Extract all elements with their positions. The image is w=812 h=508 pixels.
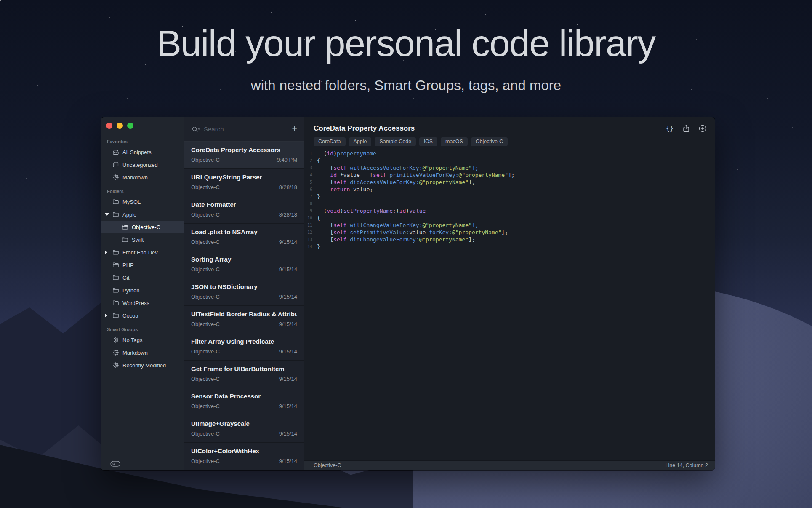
snippet-row-json-to-nsdictionary[interactable]: JSON to NSDictionaryObjective-C9/15/14 [184,278,304,306]
chevron-right-icon[interactable] [105,250,107,254]
snippet-row-load-plist-to-nsarray[interactable]: Load .plist to NSArrayObjective-C9/15/14 [184,224,304,251]
line-number: 3 [304,164,317,171]
sidebar-item-markdown[interactable]: Markdown [101,346,184,359]
snippet-row-meta: Objective-C9/15/14 [191,430,297,437]
line-number: 2 [304,157,317,164]
sidebar-item-label: Python [122,287,139,294]
snippet-rows: CoreData Property AccessorsObjective-C9:… [184,142,304,470]
chevron-right-icon[interactable] [105,313,107,318]
code-line: 3 [self willAccessValueForKey:@"property… [304,164,715,171]
hero-subtitle: with nested folders, Smart Groups, tags,… [0,78,812,94]
sidebar-item-php[interactable]: PHP [101,259,184,271]
snippet-row-meta: Objective-C9/15/14 [191,376,297,382]
share-icon[interactable] [682,125,690,132]
folder-icon [122,224,128,230]
code-line: 9- (void)setPropertyName:(id)value [304,207,715,214]
snippet-row-meta: Objective-C9:49 PM [191,157,297,163]
snippet-row-uitextfield-border-radius-attribu[interactable]: UITextField Border Radius & Attribu…Obje… [184,306,304,333]
snippet-row-title: URLQueryString Parser [191,174,297,181]
sidebar-item-label: Git [122,275,130,281]
snippet-row-meta: Objective-C9/15/14 [191,348,297,355]
sidebar-item-label: All Snippets [122,149,152,155]
snippet-row-language: Objective-C [191,321,220,327]
snippet-row-get-frame-for-uibarbuttonitem[interactable]: Get Frame for UIBarButtonItemObjective-C… [184,361,304,388]
code-editor[interactable]: 1- (id)propertyName2{3 [self willAccessV… [304,146,715,460]
code-line-content: [self willAccessValueForKey:@"propertyNa… [317,164,479,171]
code-line: 6 return value; [304,186,715,193]
braces-icon[interactable]: {} [666,125,674,132]
sidebar-item-all-snippets[interactable]: All Snippets [101,146,184,158]
sidebar-item-front-end-dev[interactable]: Front End Dev [101,246,184,259]
snippet-row-filter-array-using-predicate[interactable]: Filter Array Using PredicateObjective-C9… [184,333,304,361]
search-bar: Search... + [184,117,304,142]
minimize-button[interactable] [117,123,123,129]
add-snippet-button[interactable]: + [292,124,297,134]
snippet-row-meta: Objective-C9/15/14 [191,239,297,245]
snippet-row-date: 9/15/14 [279,239,297,245]
code-line-content: [self didChangeValueForKey:@"propertyNam… [317,236,475,243]
close-button[interactable] [106,123,112,129]
sidebar-item-python[interactable]: Python [101,284,184,297]
sidebar-item-apple[interactable]: Apple [101,208,184,221]
snippet-row-sensor-data-processor[interactable]: Sensor Data ProcessorObjective-C9/15/14 [184,388,304,415]
snippet-row-language: Objective-C [191,239,220,245]
snippet-row-date: 9/15/14 [279,294,297,300]
snippet-row-uiimage-grayscale[interactable]: UIImage+GrayscaleObjective-C9/15/14 [184,415,304,443]
sidebar-item-wordpress[interactable]: WordPress [101,297,184,309]
tag-macos[interactable]: macOS [441,137,468,146]
search-input[interactable]: Search... [204,126,292,133]
snippet-row-title: JSON to NSDictionary [191,283,297,290]
sidebar-section-label-favorites: Favorites [101,139,184,146]
snippet-row-meta: Objective-C9/15/14 [191,403,297,409]
line-number: 9 [304,207,317,214]
snippet-row-title: Load .plist to NSArray [191,228,297,235]
snippet-row-date: 9/15/14 [279,266,297,273]
sidebar-item-uncategorized[interactable]: Uncategorized [101,158,184,171]
sidebar-item-swift[interactable]: Swift [101,233,184,246]
sidebar-item-git[interactable]: Git [101,271,184,284]
sidebar-item-no-tags[interactable]: No Tags [101,334,184,346]
zoom-button[interactable] [127,123,133,129]
snippet-row-meta: Objective-C9/15/14 [191,294,297,300]
sidebar-item-objective-c[interactable]: Objective-C [101,221,184,233]
snippet-row-coredata-property-accessors[interactable]: CoreData Property AccessorsObjective-C9:… [184,142,304,169]
tag-apple[interactable]: Apple [349,137,372,146]
snippet-row-date-formatter[interactable]: Date FormatterObjective-C8/28/18 [184,196,304,224]
folder-icon [112,299,119,306]
line-number: 7 [304,193,317,200]
sidebar-sections: FavoritesAll SnippetsUncategorizedMarkdo… [101,134,184,372]
chevron-down-icon[interactable] [105,213,109,216]
add-circle-icon[interactable] [699,125,706,132]
snippet-row-meta: Objective-C9/15/14 [191,458,297,464]
snippet-row-urlquerystring-parser[interactable]: URLQueryString ParserObjective-C8/28/18 [184,169,304,196]
sidebar-section-label-folders: Folders [101,189,184,195]
code-line-content: } [317,243,320,250]
folder-icon [112,274,119,281]
snippet-row-uicolor-colorwithhex[interactable]: UIColor+ColorWithHexObjective-C9/15/14 [184,443,304,470]
status-position: Line 14, Column 2 [666,463,708,468]
snippet-row-title: Filter Array Using Predicate [191,338,297,345]
code-line-content: [self setPrimitiveValue:value forKey:@"p… [317,229,508,236]
sidebar-item-mysql[interactable]: MySQL [101,195,184,208]
snippet-row-date: 8/28/18 [279,211,297,218]
search-icon [191,126,201,133]
sidebar-item-cocoa[interactable]: Cocoa [101,309,184,322]
toggle-switch-icon[interactable] [110,461,120,467]
tag-coredata[interactable]: CoreData [314,137,346,146]
status-language[interactable]: Objective-C [314,463,341,468]
tag-objective-c[interactable]: Objective-C [471,137,508,146]
snippet-row-date: 9/15/14 [279,458,297,464]
sidebar-item-label: PHP [122,262,134,268]
snippet-row-sorting-array[interactable]: Sorting ArrayObjective-C9/15/14 [184,251,304,278]
stack-icon [112,161,119,168]
screenshot-root: Build your personal code library with ne… [0,0,812,508]
line-number: 10 [304,214,317,222]
snippet-row-language: Objective-C [191,184,220,190]
snippet-row-meta: Objective-C8/28/18 [191,184,297,190]
tag-ios[interactable]: iOS [419,137,437,146]
snippet-row-title: Sensor Data Processor [191,393,297,400]
sidebar-item-recently-modified[interactable]: Recently Modified [101,359,184,372]
sidebar-item-markdown[interactable]: Markdown [101,171,184,184]
tag-sample-code[interactable]: Sample Code [375,137,416,146]
snippet-row-language: Objective-C [191,458,220,464]
